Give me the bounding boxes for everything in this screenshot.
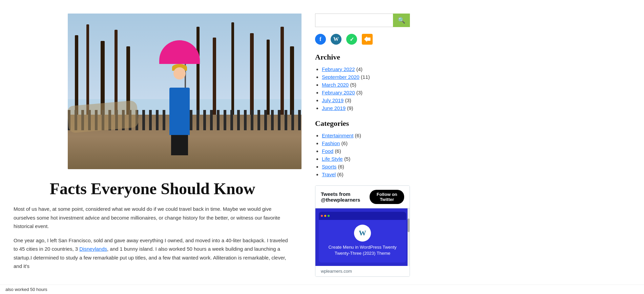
sidebar: 🔍 f W ✓ 🡄 Archive February 2022 (4) Sept… [305, 7, 420, 284]
archive-link-sep2020[interactable]: September 2020 [322, 74, 359, 80]
archive-link-feb2022[interactable]: February 2022 [322, 66, 355, 72]
twitter-header: Tweets from @thewplearners Follow on Twi… [315, 186, 410, 208]
search-bar: 🔍 [315, 14, 410, 27]
twitter-footer: wplearners.com [315, 266, 410, 276]
category-count-fashion: (6) [341, 140, 348, 146]
archive-link-mar2020[interactable]: March 2020 [322, 82, 349, 88]
archive-item: September 2020 (11) [322, 74, 410, 80]
archive-list: February 2022 (4) September 2020 (11) Ma… [315, 66, 410, 111]
category-item: Sports (6) [322, 164, 410, 169]
category-count-travel: (6) [337, 172, 343, 177]
archive-item: June 2019 (9) [322, 105, 410, 111]
archive-count-jun2019: (9) [347, 105, 353, 111]
search-icon: 🔍 [398, 17, 405, 24]
follow-on-twitter-button[interactable]: Follow on Twitter [370, 190, 404, 204]
bottom-bar: also worked 50 hours [0, 285, 644, 290]
search-button[interactable]: 🔍 [393, 14, 410, 27]
twitter-widget: Tweets from @thewplearners Follow on Twi… [315, 185, 410, 277]
search-input[interactable] [315, 14, 393, 27]
category-count-food: (6) [335, 148, 341, 154]
archive-count-sep2020: (11) [361, 74, 370, 80]
archive-link-jul2019[interactable]: July 2019 [322, 97, 344, 103]
bottom-bar-text: also worked 50 hours [5, 287, 47, 290]
category-count-sports: (6) [338, 164, 344, 169]
archive-count-mar2020: (5) [350, 82, 356, 88]
category-item: Fashion (6) [322, 140, 410, 146]
wp-logo: W [354, 225, 371, 242]
hero-image [68, 14, 302, 169]
twitter-title: Tweets from @thewplearners [321, 191, 370, 203]
twitter-site-label: wplearners.com [321, 269, 352, 274]
category-count-entertainment: (6) [355, 133, 361, 138]
amazon-icon[interactable]: 🡄 [362, 34, 373, 45]
category-link-fashion[interactable]: Fashion [322, 140, 340, 146]
category-link-entertainment[interactable]: Entertainment [322, 133, 353, 138]
wordpress-icon[interactable]: W [331, 34, 341, 45]
article-paragraph-1: Most of us have, at some point, consider… [14, 205, 291, 231]
archive-item: February 2020 (3) [322, 90, 410, 95]
figure [166, 67, 193, 135]
archive-title: Archive [315, 53, 410, 62]
disneylands-link[interactable]: Disneylands [79, 246, 107, 252]
category-link-lifestyle[interactable]: Life Style [322, 156, 343, 162]
tweet-text: Create Menu in WordPress Twenty Twenty-T… [319, 244, 406, 256]
whatsapp-icon[interactable]: ✓ [346, 34, 357, 45]
category-link-travel[interactable]: Travel [322, 172, 336, 177]
category-item: Entertainment (6) [322, 133, 410, 138]
categories-list: Entertainment (6) Fashion (6) Food (6) L… [315, 133, 410, 177]
social-icons: f W ✓ 🡄 [315, 34, 410, 45]
scrollbar-thumb[interactable] [408, 219, 410, 232]
twitter-content: W Create Menu in WordPress Twenty Twenty… [315, 208, 410, 266]
coat [169, 88, 190, 135]
category-item: Food (6) [322, 148, 410, 154]
category-count-lifestyle: (5) [344, 156, 350, 162]
categories-section: Categories Entertainment (6) Fashion (6)… [315, 119, 410, 177]
archive-link-jun2019[interactable]: June 2019 [322, 105, 346, 111]
tweet-card: W Create Menu in WordPress Twenty Twenty… [319, 212, 406, 263]
category-link-sports[interactable]: Sports [322, 164, 336, 169]
category-item: Life Style (5) [322, 156, 410, 162]
main-content: Facts Everyone Should Know Most of us ha… [0, 7, 305, 284]
archive-count-feb2020: (3) [356, 90, 362, 95]
archive-item: February 2022 (4) [322, 66, 410, 72]
archive-section: Archive February 2022 (4) September 2020… [315, 53, 410, 111]
category-link-food[interactable]: Food [322, 148, 333, 154]
scrollbar[interactable] [408, 208, 410, 266]
archive-count-feb2022: (4) [356, 66, 362, 72]
categories-title: Categories [315, 119, 410, 128]
article-body: Most of us have, at some point, consider… [14, 205, 291, 271]
archive-count-jul2019: (3) [345, 97, 351, 103]
head [173, 67, 186, 80]
legs [171, 135, 188, 155]
archive-link-feb2020[interactable]: February 2020 [322, 90, 355, 95]
article-paragraph-2: One year ago, I left San Francisco, sold… [14, 236, 291, 271]
archive-item: March 2020 (5) [322, 82, 410, 88]
category-item: Travel (6) [322, 172, 410, 177]
article-title: Facts Everyone Should Know [14, 179, 291, 198]
archive-item: July 2019 (3) [322, 97, 410, 103]
facebook-icon[interactable]: f [315, 34, 326, 45]
wordpress-logo-circle: W [354, 225, 371, 242]
